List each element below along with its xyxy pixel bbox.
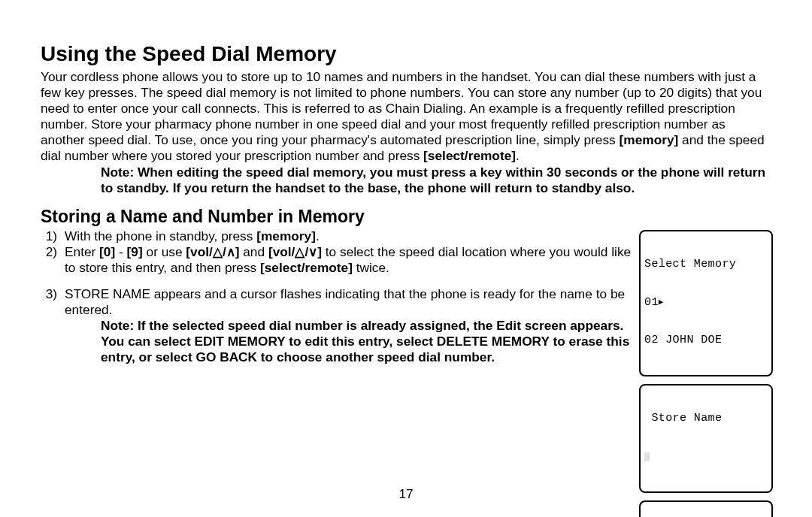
step-1-key-memory: [memory] — [256, 228, 316, 243]
steps-list: 1) With the phone in standby, press [mem… — [41, 228, 638, 318]
step-2-key-0: [0] — [99, 244, 115, 259]
lcd-edit-menu: ▶Edit Memory01 Delete Memory01 Go Back — [639, 500, 773, 517]
cursor-icon — [644, 452, 650, 461]
lcd1-line2a: 01 — [644, 296, 659, 309]
step-1-text-c: . — [316, 228, 320, 243]
step-2-text-mid3: and — [239, 244, 268, 259]
step-1-number: 1) — [41, 228, 57, 244]
intro-paragraph: Your cordless phone allows you to store … — [41, 69, 771, 165]
page-title: Using the Speed Dial Memory — [41, 42, 771, 66]
lcd2-line1: Store Name — [644, 412, 722, 425]
lcd-select-memory: Select Memory 01▶ 02 JOHN DOE — [639, 230, 773, 376]
note-edit-screen: Note: If the selected speed dial number … — [41, 318, 638, 365]
step-2-text-mid5: twice. — [353, 260, 389, 275]
page-number: 17 — [0, 486, 812, 502]
step-2-key-voldown: [vol/△/∨] — [268, 244, 322, 259]
intro-key-memory: [memory] — [620, 132, 679, 147]
intro-key-select-remote: [select/remote] — [423, 148, 516, 163]
step-2-key-select-remote: [select/remote] — [260, 260, 353, 275]
lcd1-line3: 02 JOHN DOE — [644, 334, 722, 346]
step-1: 1) With the phone in standby, press [mem… — [41, 228, 638, 244]
intro-text-post: . — [516, 148, 520, 163]
lcd-store-name: Store Name — [639, 384, 773, 493]
step-2-key-9: [9] — [127, 244, 143, 259]
step-2: 2) Enter [0] - [9] or use [vol/△/∧] and … — [41, 244, 638, 276]
triangle-right-icon: ▶ — [659, 298, 664, 307]
step-1-text-a: With the phone in standby, press — [65, 228, 256, 243]
step-2-key-volup: [vol/△/∧] — [186, 244, 239, 259]
steps-area: 1) With the phone in standby, press [mem… — [41, 228, 771, 366]
lcd1-line1: Select Memory — [644, 258, 736, 271]
step-3-number: 3) — [41, 286, 57, 302]
step-2-text-mid1: - — [115, 244, 126, 259]
step-3-text: STORE NAME appears and a cursor flashes … — [65, 286, 638, 318]
section-heading: Storing a Name and Number in Memory — [41, 207, 771, 227]
step-2-number: 2) — [41, 244, 57, 260]
step-3: 3) STORE NAME appears and a cursor flash… — [41, 286, 638, 318]
lcd-screens: Select Memory 01▶ 02 JOHN DOE Store Name… — [639, 230, 773, 517]
step-2-text-mid2: or use — [143, 244, 186, 259]
note-timeout: Note: When editing the speed dial memory… — [41, 165, 771, 196]
step-2-text-a: Enter — [65, 244, 99, 259]
